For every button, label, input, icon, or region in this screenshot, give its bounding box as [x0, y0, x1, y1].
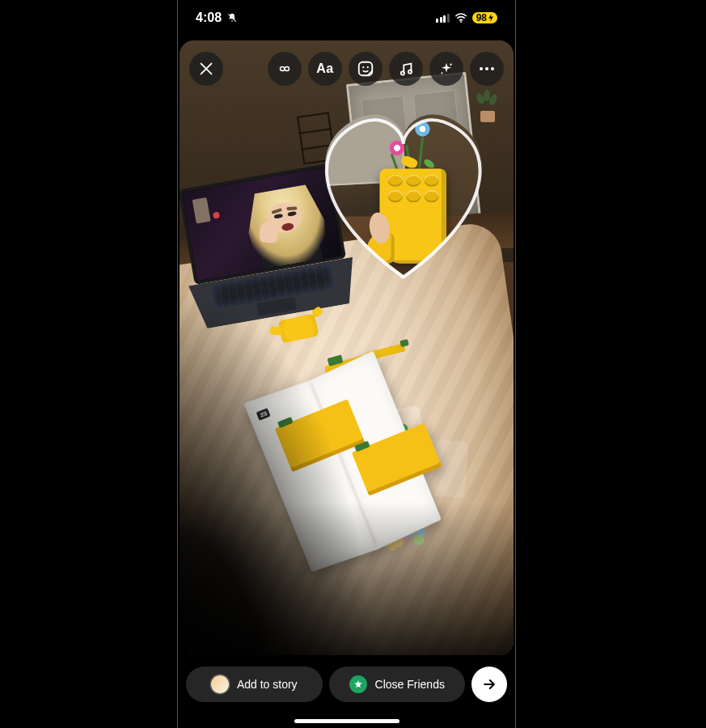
- close-friends-label: Close Friends: [375, 678, 445, 691]
- phone-frame: 4:08 98: [177, 0, 516, 728]
- svg-point-6: [408, 70, 412, 74]
- infinity-icon: [276, 60, 294, 78]
- charging-icon: [488, 14, 494, 22]
- wifi-icon: [454, 13, 467, 23]
- battery-indicator: 98: [472, 12, 497, 23]
- effects-button[interactable]: [429, 52, 463, 86]
- home-indicator[interactable]: [294, 719, 400, 723]
- more-options-button[interactable]: [470, 52, 504, 86]
- close-friends-icon: [349, 675, 367, 693]
- text-tool-button[interactable]: Aa: [308, 52, 342, 86]
- your-story-avatar-icon: [211, 675, 229, 693]
- music-button[interactable]: [389, 52, 423, 86]
- text-tool-label: Aa: [316, 61, 333, 76]
- heart-photo-sticker[interactable]: [306, 95, 501, 290]
- close-icon: [197, 60, 215, 78]
- svg-point-3: [362, 66, 364, 68]
- arrow-right-icon: [481, 676, 497, 692]
- heart-outline-icon: [306, 95, 501, 290]
- battery-percent: 98: [476, 13, 487, 23]
- photo-vignette: [180, 502, 514, 655]
- more-icon: [480, 67, 494, 70]
- sparkle-icon: [438, 60, 455, 78]
- story-preview-canvas[interactable]: 23: [180, 40, 514, 655]
- sticker-button[interactable]: [349, 52, 383, 86]
- silent-mode-icon: [226, 12, 238, 23]
- send-button[interactable]: [471, 667, 507, 702]
- add-to-story-button[interactable]: Add to story: [186, 667, 323, 702]
- sticker-icon: [357, 60, 374, 78]
- share-row: Add to story Close Friends: [186, 665, 507, 704]
- close-button[interactable]: [189, 52, 223, 86]
- music-icon: [397, 60, 415, 78]
- close-friends-button[interactable]: Close Friends: [329, 667, 466, 702]
- status-bar: 4:08 98: [178, 0, 515, 36]
- svg-point-4: [367, 66, 369, 68]
- cell-signal-icon: [436, 14, 450, 23]
- svg-point-5: [401, 71, 404, 74]
- boomerang-button[interactable]: [268, 52, 302, 86]
- add-to-story-label: Add to story: [237, 678, 298, 691]
- svg-point-1: [460, 21, 462, 23]
- story-editor-toolbar: Aa: [189, 50, 504, 87]
- status-time: 4:08: [196, 11, 222, 25]
